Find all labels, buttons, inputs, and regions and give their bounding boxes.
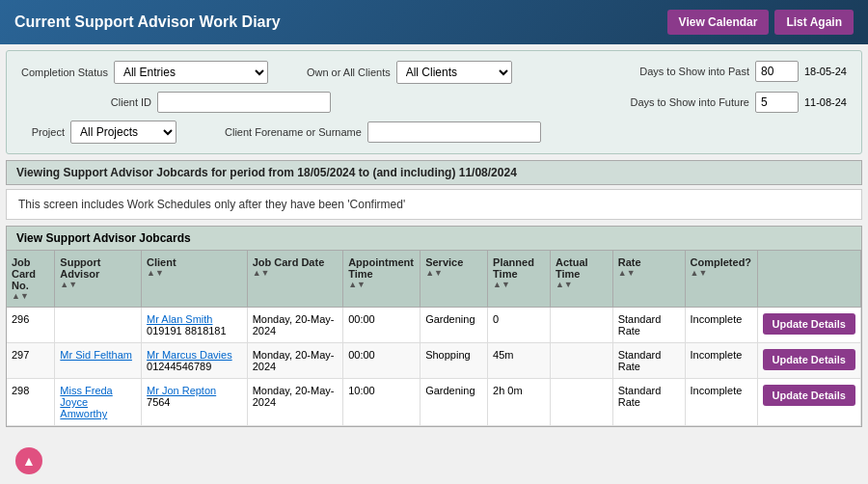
- client-id-label: Client ID: [98, 96, 151, 108]
- cell-job-card-no: 296: [7, 308, 55, 343]
- table-row: 296 Mr Alan Smith 019191 8818181 Monday,…: [7, 308, 861, 343]
- support-advisor-link[interactable]: Mr Sid Feltham: [60, 349, 132, 361]
- project-select[interactable]: All Projects: [70, 121, 176, 144]
- cell-action: Update Details: [757, 379, 861, 426]
- cell-planned-time: 2h 0m: [488, 379, 551, 426]
- cell-service: Gardening: [420, 308, 488, 343]
- cell-support-advisor: [55, 308, 142, 343]
- cell-rate: Standard Rate: [612, 343, 685, 379]
- cell-appointment-time: 00:00: [343, 343, 420, 379]
- table-header-row: Job Card No.▲▼ Support Advisor▲▼ Client▲…: [7, 251, 861, 308]
- cell-completed: Incomplete: [685, 379, 757, 426]
- cell-planned-time: 0: [488, 308, 551, 343]
- col-support-advisor[interactable]: Support Advisor▲▼: [55, 251, 142, 308]
- update-details-button[interactable]: Update Details: [763, 349, 855, 370]
- col-client[interactable]: Client▲▼: [142, 251, 248, 308]
- cell-action: Update Details: [757, 343, 861, 379]
- completion-status-filter: Completion Status All Entries Complete I…: [21, 61, 268, 84]
- table-title: View Support Advisor Jobcards: [7, 227, 861, 251]
- cell-client: Mr Marcus Davies 01244546789: [142, 343, 248, 379]
- client-name-link[interactable]: Mr Jon Repton: [147, 385, 216, 396]
- cell-job-card-date: Monday, 20-May-2024: [247, 308, 343, 343]
- cell-appointment-time: 00:00: [343, 308, 420, 343]
- cell-job-card-date: Monday, 20-May-2024: [247, 343, 343, 379]
- col-action: [757, 251, 861, 308]
- own-all-filter: Own or All Clients All Clients Own Clien…: [307, 61, 512, 84]
- client-phone: 019191 8818181: [147, 325, 227, 336]
- days-future-filter: Days to Show into Future 5 11-08-24: [630, 92, 847, 113]
- list-again-button[interactable]: List Again: [774, 10, 854, 35]
- update-details-button[interactable]: Update Details: [763, 313, 855, 335]
- table-section: View Support Advisor Jobcards Job Card N…: [6, 226, 862, 427]
- col-service[interactable]: Service▲▼: [420, 251, 488, 308]
- days-future-label: Days to Show into Future: [630, 96, 749, 108]
- client-forename-input[interactable]: [367, 121, 541, 143]
- client-forename-label: Client Forename or Surname: [225, 126, 362, 138]
- client-phone: 01244546789: [147, 361, 211, 372]
- col-actual-time[interactable]: Actual Time▲▼: [550, 251, 612, 308]
- client-phone: 7564: [147, 396, 170, 408]
- page-title: Current Support Advisor Work Diary: [14, 13, 281, 31]
- cell-actual-time: [550, 379, 612, 426]
- col-appointment-time[interactable]: Appointment Time▲▼: [343, 251, 420, 308]
- support-advisor-link[interactable]: Miss Freda Joyce Amworthy: [60, 385, 112, 419]
- table-row: 298 Miss Freda Joyce Amworthy Mr Jon Rep…: [7, 379, 861, 426]
- cell-job-card-no: 298: [7, 379, 55, 426]
- project-label: Project: [21, 126, 65, 138]
- period-text: Viewing Support Advisor Jobcards for per…: [16, 166, 517, 179]
- jobcards-table: Job Card No.▲▼ Support Advisor▲▼ Client▲…: [7, 251, 861, 426]
- cell-job-card-date: Monday, 20-May-2024: [247, 379, 343, 426]
- col-job-card-no[interactable]: Job Card No.▲▼: [7, 251, 55, 308]
- days-future-input[interactable]: 5: [755, 92, 799, 113]
- client-name-link[interactable]: Mr Alan Smith: [147, 313, 212, 325]
- cell-action: Update Details: [757, 308, 861, 343]
- cell-actual-time: [550, 308, 612, 343]
- cell-support-advisor: Miss Freda Joyce Amworthy: [55, 379, 142, 426]
- client-forename-filter: Client Forename or Surname: [225, 121, 541, 143]
- cell-service: Shopping: [420, 343, 488, 379]
- cell-job-card-no: 297: [7, 343, 55, 379]
- header-bar: Current Support Advisor Work Diary View …: [0, 0, 868, 44]
- cell-support-advisor: Mr Sid Feltham: [55, 343, 142, 379]
- cell-completed: Incomplete: [685, 343, 757, 379]
- update-details-button[interactable]: Update Details: [763, 385, 855, 406]
- own-all-select[interactable]: All Clients Own Clients: [396, 61, 512, 84]
- client-id-input[interactable]: [157, 92, 331, 113]
- period-bar: Viewing Support Advisor Jobcards for per…: [6, 160, 862, 185]
- completion-status-select[interactable]: All Entries Complete Incomplete: [114, 61, 268, 84]
- project-filter: Project All Projects: [21, 121, 176, 144]
- own-all-label: Own or All Clients: [307, 67, 391, 78]
- col-planned-time[interactable]: Planned Time▲▼: [488, 251, 551, 308]
- cell-appointment-time: 10:00: [343, 379, 420, 426]
- cell-rate: Standard Rate: [612, 308, 685, 343]
- completion-status-label: Completion Status: [21, 67, 108, 78]
- filter-section: Completion Status All Entries Complete I…: [6, 50, 862, 154]
- cell-service: Gardening: [420, 379, 488, 426]
- col-rate[interactable]: Rate▲▼: [612, 251, 685, 308]
- header-buttons: View Calendar List Again: [667, 10, 854, 35]
- client-name-link[interactable]: Mr Marcus Davies: [147, 349, 232, 361]
- info-bar: This screen includes Work Schedules only…: [6, 189, 862, 220]
- days-past-date: 18-05-24: [804, 66, 847, 77]
- days-past-filter: Days to Show into Past 80 18-05-24: [639, 61, 847, 82]
- col-completed[interactable]: Completed?▲▼: [685, 251, 757, 308]
- days-past-input[interactable]: 80: [755, 61, 799, 82]
- cell-actual-time: [550, 343, 612, 379]
- cell-completed: Incomplete: [685, 308, 757, 343]
- col-job-card-date[interactable]: Job Card Date▲▼: [247, 251, 343, 308]
- cell-client: Mr Alan Smith 019191 8818181: [142, 308, 248, 343]
- days-future-date: 11-08-24: [804, 96, 847, 108]
- table-body: 296 Mr Alan Smith 019191 8818181 Monday,…: [7, 308, 861, 426]
- client-id-filter: Client ID: [98, 92, 331, 113]
- cell-client: Mr Jon Repton 7564: [142, 379, 248, 426]
- info-text: This screen includes Work Schedules only…: [18, 198, 405, 211]
- table-row: 297 Mr Sid Feltham Mr Marcus Davies 0124…: [7, 343, 861, 379]
- days-past-label: Days to Show into Past: [639, 66, 749, 77]
- cell-rate: Standard Rate: [612, 379, 685, 426]
- view-calendar-button[interactable]: View Calendar: [667, 10, 770, 35]
- cell-planned-time: 45m: [488, 343, 551, 379]
